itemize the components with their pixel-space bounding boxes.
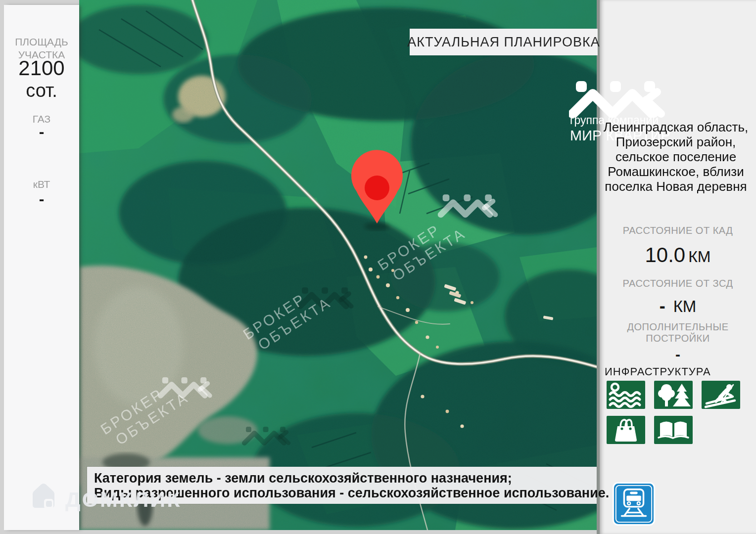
plan-title: АКТУАЛЬНАЯ ПЛАНИРОВКА [407,35,600,50]
listing-image: ПЛОЩАДЬ УЧАСТКА 2100 сот. ГАЗ - кВТ - [0,0,756,534]
infrastructure-label: ИНФРАСТРУКТУРА [605,365,711,378]
zsd-distance-unit: КМ [673,297,697,316]
area-value: 2100 [4,56,79,80]
zsd-distance-label: РАССТОЯНИЕ ОТ ЗСД [600,278,756,289]
kad-distance-unit: КМ [688,248,710,266]
address-line: поселка Новая деревня [602,179,750,194]
power-label: кВТ [4,178,79,191]
kad-distance-label: РАССТОЯНИЕ ОТ КАД [600,225,756,236]
extra-buildings-value: - [675,346,680,363]
satellite-map[interactable]: БРОКЕР ОБЪЕКТА БРОКЕР ОБЪЕКТА БРОКЕР ОБЪ… [79,0,597,530]
extra-buildings-label: ДОПОЛНИТЕЛЬНЫЕ ПОСТРОЙКИ [600,321,756,344]
area-unit: сот. [4,80,79,101]
extra-buildings-value-row: - [600,346,756,363]
zsd-distance-value: - [660,296,665,316]
address-line: Приозерский район, [602,134,750,149]
kad-distance-value-row: 10.0 КМ [600,243,756,267]
zsd-distance-value-row: - КМ [600,296,756,316]
shopping-icon [607,416,645,444]
house-icon [29,481,58,512]
plan-title-banner: АКТУАЛЬНАЯ ПЛАНИРОВКА [410,29,598,55]
water-icon [607,381,645,409]
ski-icon [702,381,740,409]
infrastructure-icons [607,381,750,444]
address-line: Ромашкинское, вблизи [602,164,750,179]
address-line: сельское поселение [602,149,750,164]
kad-distance-value: 10.0 [645,243,685,267]
portal-watermark-text: ДОМКЛИК [65,488,181,512]
train-icon [613,482,655,528]
school-icon [654,416,693,444]
power-value: - [4,190,79,208]
gas-value: - [4,123,79,141]
domclick-watermark: ДОМКЛИК [29,481,181,512]
property-facts-sidebar: ПЛОЩАДЬ УЧАСТКА 2100 сот. ГАЗ - кВТ - [4,5,79,530]
property-address: Ленинградская область, Приозерский район… [602,120,750,194]
address-line: Ленинградская область, [602,120,750,134]
forest-icon [654,381,693,409]
